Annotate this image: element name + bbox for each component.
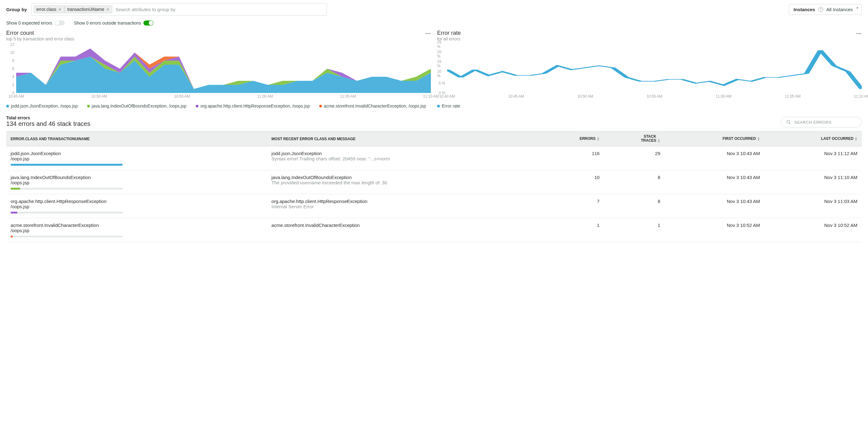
search-errors[interactable] <box>781 117 862 128</box>
col-first-occurred[interactable]: FIRST OCCURRED▲▼ <box>664 132 764 146</box>
sort-icon: ▲▼ <box>855 137 858 141</box>
sort-icon: ▲▼ <box>757 137 760 141</box>
error-class: jodd.json.JsonException <box>10 151 263 156</box>
legend-dot-icon <box>319 105 322 107</box>
legend-item[interactable]: java.lang.IndexOutOfBoundsException, /oo… <box>87 103 186 108</box>
instances-dropdown[interactable]: Instances ? All Instances ▼ <box>789 4 862 15</box>
transaction-name: /oops.jsp <box>10 228 263 233</box>
legend-label: jodd.json.JsonException, /oops.jsp <box>11 103 78 108</box>
last-occurred: Nov 3 11:12 AM <box>765 146 862 170</box>
error-class: java.lang.IndexOutOfBoundsException <box>10 175 263 180</box>
last-occurred: Nov 3 11:10 AM <box>765 170 862 194</box>
chip-label: error.class <box>36 7 57 12</box>
close-icon[interactable]: ✕ <box>58 7 62 11</box>
sort-icon: ▲▼ <box>597 137 599 141</box>
toggle-expected-label: Show 0 expected errors <box>6 21 52 26</box>
legend-label: acme.storefront.InvalidCharacterExceptio… <box>324 103 426 108</box>
search-icon <box>786 120 791 125</box>
col-message[interactable]: MOST RECENT ERROR CLASS AND MESSAGE <box>267 132 542 146</box>
legend-item[interactable]: jodd.json.JsonException, /oops.jsp <box>6 103 78 108</box>
errors-count: 10 <box>542 170 604 194</box>
error-count-chart: ••• Error count top 5 by transaction and… <box>6 30 431 108</box>
first-occurred: Nov 3 10:43 AM <box>664 170 764 194</box>
error-bar <box>10 164 123 166</box>
legend-item[interactable]: Error rate <box>437 103 460 108</box>
error-bar <box>10 188 123 190</box>
chart-subtitle: top 5 by transaction and error class <box>6 36 431 41</box>
error-class: org.apache.http.client.HttpResponseExcep… <box>10 199 263 204</box>
error-class: acme.storefront.InvalidCharacterExceptio… <box>10 223 263 228</box>
col-last-occurred[interactable]: LAST OCCURRED▲▼ <box>765 132 862 146</box>
message-class: jodd.json.JsonException <box>272 151 537 156</box>
last-occurred: Nov 3 11:03 AM <box>765 194 862 218</box>
close-icon[interactable]: ✕ <box>106 7 110 11</box>
table-row[interactable]: acme.storefront.InvalidCharacterExceptio… <box>6 218 862 242</box>
svg-point-0 <box>787 120 789 123</box>
chart-subtitle: for all errors <box>437 36 862 41</box>
toggle-outside-label: Show 0 errors outside transactions <box>74 21 141 26</box>
message-class: org.apache.http.client.HttpResponseExcep… <box>272 199 537 204</box>
group-by-input[interactable]: error.class✕transactionUiName✕ <box>31 3 327 15</box>
total-errors-label: Total errors <box>6 115 90 120</box>
svg-line-1 <box>789 123 790 124</box>
col-stack-traces[interactable]: STACKTRACES▲▼ <box>604 132 664 146</box>
errors-count: 7 <box>542 194 604 218</box>
message-class: acme.storefront.InvalidCharacterExceptio… <box>272 223 537 228</box>
search-errors-input[interactable] <box>794 120 857 125</box>
first-occurred: Nov 3 10:43 AM <box>664 194 764 218</box>
table-row[interactable]: jodd.json.JsonException /oops.jsp jodd.j… <box>6 146 862 170</box>
first-occurred: Nov 3 10:43 AM <box>664 146 764 170</box>
stack-traces-count: 8 <box>604 170 664 194</box>
legend-item[interactable]: org.apache.http.client.HttpResponseExcep… <box>196 103 310 108</box>
col-error-class[interactable]: ERROR.CLASS AND TRANSACTIONUINAME <box>6 132 267 146</box>
instances-value: All Instances <box>826 7 853 12</box>
table-row[interactable]: org.apache.http.client.HttpResponseExcep… <box>6 194 862 218</box>
message-text: Internal Server Error <box>272 204 537 209</box>
message-text: Syntax error! Trailing chars offset: 204… <box>272 156 537 161</box>
stack-traces-count: 8 <box>604 194 664 218</box>
chart-title: Error rate <box>437 30 862 36</box>
last-occurred: Nov 3 10:52 AM <box>765 218 862 242</box>
toggle-outside-transactions[interactable] <box>144 21 153 26</box>
chart-title: Error count <box>6 30 431 36</box>
errors-table: ERROR.CLASS AND TRANSACTIONUINAME MOST R… <box>6 131 862 242</box>
group-by-label: Group by <box>6 7 27 12</box>
error-bar <box>10 236 123 237</box>
message-class: java.lang.IndexOutOfBoundsException <box>272 175 537 180</box>
transaction-name: /oops.jsp <box>10 156 263 161</box>
sort-icon: ▲▼ <box>657 139 660 143</box>
transaction-name: /oops.jsp <box>10 204 263 209</box>
errors-count: 116 <box>542 146 604 170</box>
legend-dot-icon <box>437 105 440 107</box>
group-by-chip[interactable]: error.class✕ <box>34 5 65 13</box>
chip-label: transactionUiName <box>67 7 104 12</box>
table-row[interactable]: java.lang.IndexOutOfBoundsException /oop… <box>6 170 862 194</box>
legend-dot-icon <box>6 105 9 107</box>
total-errors-text: 134 errors and 46 stack traces <box>6 120 90 128</box>
stack-traces-count: 29 <box>604 146 664 170</box>
help-icon[interactable]: ? <box>818 7 823 12</box>
legend-label: java.lang.IndexOutOfBoundsException, /oo… <box>92 103 186 108</box>
transaction-name: /oops.jsp <box>10 180 263 185</box>
stack-traces-count: 1 <box>604 218 664 242</box>
error-bar <box>10 212 123 213</box>
legend-label: Error rate <box>442 103 460 108</box>
group-by-chip[interactable]: transactionUiName✕ <box>64 5 112 13</box>
legend-item[interactable]: acme.storefront.InvalidCharacterExceptio… <box>319 103 426 108</box>
message-text: The provided username exceeded the max l… <box>272 180 537 185</box>
legend-dot-icon <box>196 105 198 107</box>
first-occurred: Nov 3 10:52 AM <box>664 218 764 242</box>
chart-more-icon[interactable]: ••• <box>425 31 431 36</box>
group-by-text-input[interactable] <box>114 6 324 13</box>
legend-dot-icon <box>87 105 90 107</box>
instances-label: Instances <box>794 7 815 12</box>
errors-count: 1 <box>542 218 604 242</box>
error-rate-chart: ••• Error rate for all errors 0 %5 %10 %… <box>437 30 862 108</box>
legend-label: org.apache.http.client.HttpResponseExcep… <box>200 103 310 108</box>
col-errors[interactable]: ERRORS▲▼ <box>542 132 604 146</box>
chevron-down-icon: ▼ <box>856 6 859 10</box>
chart-more-icon[interactable]: ••• <box>856 31 862 36</box>
toggle-expected-errors[interactable] <box>55 21 65 26</box>
